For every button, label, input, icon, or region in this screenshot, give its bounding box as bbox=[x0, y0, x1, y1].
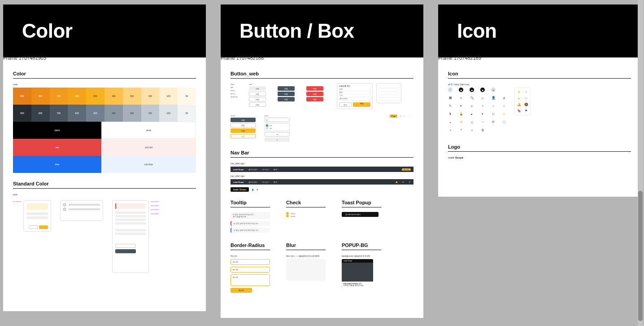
swatch[interactable]: 300 bbox=[123, 105, 141, 122]
button[interactable]: 버튼 bbox=[231, 123, 256, 128]
plus-icon[interactable]: ＋ bbox=[448, 128, 453, 132]
star-icon[interactable]: ★ bbox=[517, 90, 521, 94]
dot-icon[interactable]: • bbox=[448, 120, 453, 124]
refresh-icon[interactable]: ⟳ bbox=[491, 120, 496, 124]
user-icon[interactable]: 👤 bbox=[491, 96, 496, 100]
chevron-down-icon[interactable]: ▾ bbox=[459, 104, 463, 108]
pager-prev[interactable]: 〈 bbox=[385, 115, 387, 117]
button[interactable]: 버튼 bbox=[249, 86, 266, 91]
login-button[interactable]: 로그인 bbox=[402, 168, 411, 171]
edit-icon[interactable]: ✎ bbox=[448, 104, 453, 108]
circle-gray-icon[interactable]: ● bbox=[491, 88, 496, 92]
dropdown[interactable]: ▾ bbox=[265, 137, 290, 142]
nav-item[interactable]: 대시보드 bbox=[262, 181, 269, 183]
pager-n[interactable]: 1 bbox=[400, 115, 401, 117]
star-icon[interactable]: ☆ bbox=[524, 90, 528, 94]
font-icon[interactable]: A bbox=[502, 96, 506, 100]
swatch[interactable]: 700 bbox=[50, 88, 68, 105]
pager-next[interactable]: 〉 bbox=[412, 115, 413, 117]
swatch[interactable]: 300 bbox=[123, 88, 141, 105]
vertical-scrollbar[interactable] bbox=[638, 0, 643, 326]
popup-mock[interactable]: 비밀번호 확인 금액› 결제› 기타› +ACCOUNT› 취소 확인 bbox=[337, 83, 373, 109]
user-icon[interactable]: 👤 bbox=[252, 189, 254, 191]
swatch[interactable]: 50 bbox=[178, 105, 196, 122]
swatch[interactable]: 600 bbox=[68, 105, 86, 122]
gear-icon[interactable]: ⚙ bbox=[257, 189, 258, 191]
br-demo-yellow[interactable]: 텍스트 bbox=[231, 288, 252, 293]
button[interactable]: 버튼 bbox=[231, 118, 256, 122]
swatch[interactable]: 200 bbox=[141, 105, 160, 122]
button[interactable]: 버튼 bbox=[278, 92, 295, 96]
mock-card[interactable] bbox=[60, 200, 103, 221]
gear-icon[interactable]: ⚙ bbox=[402, 181, 404, 183]
swatch[interactable]: 900 bbox=[13, 105, 31, 122]
chevron-up-icon[interactable]: ▴ bbox=[470, 112, 474, 116]
button[interactable]: 버튼 bbox=[306, 97, 323, 101]
button[interactable]: 버튼 bbox=[306, 92, 323, 96]
bell-icon[interactable]: 🔔 bbox=[396, 181, 398, 183]
list-icon[interactable]: ≡ bbox=[459, 96, 463, 100]
confirm-button[interactable]: 확인 bbox=[353, 102, 370, 107]
popup-mock-small[interactable]: ·· ·· ·· ·· ·· bbox=[376, 83, 401, 103]
square-green-icon[interactable]: ▢ bbox=[502, 120, 506, 124]
swatch[interactable]: 400 bbox=[104, 105, 123, 122]
swatch[interactable]: 100 bbox=[159, 88, 178, 105]
heart-icon[interactable]: ♥ bbox=[517, 96, 521, 101]
bolt-icon[interactable]: ⚡ bbox=[459, 120, 463, 124]
search-icon[interactable]: 🔍 bbox=[470, 96, 474, 100]
cancel-button[interactable]: 취소 bbox=[339, 102, 352, 107]
download-icon[interactable]: ⬇ bbox=[448, 112, 453, 116]
plus-icon[interactable]: ＋ bbox=[470, 128, 474, 132]
grid-icon[interactable]: ▦ bbox=[448, 96, 453, 100]
warning-icon[interactable]: ⚠ bbox=[502, 112, 506, 116]
panel-button[interactable]: Button_web Type idle hover press disable… bbox=[221, 57, 423, 318]
swatch-blue[interactable]: blue bbox=[13, 156, 101, 173]
copy-icon[interactable]: ⧉ bbox=[480, 128, 485, 132]
circle-dark-icon[interactable]: ● bbox=[459, 88, 463, 92]
lock-icon[interactable]: 🔒 bbox=[459, 112, 463, 116]
cancel-button[interactable] bbox=[29, 225, 38, 229]
frame-color[interactable]: Color Frame 1707481903 Color main 900 80… bbox=[3, 4, 206, 322]
swatch[interactable]: 400 bbox=[104, 88, 123, 105]
swatch[interactable]: 100 bbox=[159, 105, 178, 122]
pager-n[interactable]: 2 bbox=[404, 115, 405, 117]
scrollbar-thumb[interactable] bbox=[638, 191, 643, 321]
panel-icon[interactable]: Icon all S / base 14px icon ✓ ● ● ● ● ▦ … bbox=[438, 57, 641, 197]
swatch[interactable]: 50 bbox=[178, 88, 196, 105]
button[interactable]: 버튼 bbox=[278, 97, 295, 101]
more-icon[interactable]: ⋯ bbox=[480, 120, 485, 124]
primary-button[interactable] bbox=[115, 249, 136, 253]
swatch[interactable]: 800 bbox=[31, 88, 50, 105]
nav-item[interactable]: 솔루션관리 bbox=[248, 168, 257, 171]
frame-icon[interactable]: Icon Frame 1707482189 Icon all S / base … bbox=[438, 4, 641, 322]
button[interactable]: 버튼 bbox=[231, 128, 256, 133]
swatch[interactable]: 200 bbox=[141, 88, 160, 105]
circle-dark-icon[interactable]: ● bbox=[480, 88, 485, 92]
button[interactable]: 버튼 bbox=[231, 134, 256, 138]
dropdown[interactable]: ▾ bbox=[265, 118, 290, 122]
button[interactable]: 버튼 bbox=[249, 97, 266, 101]
swatch-red[interactable]: red bbox=[13, 139, 101, 156]
swatch-subblue[interactable]: sub-blue bbox=[101, 156, 196, 173]
check-row[interactable]: check bbox=[286, 215, 326, 217]
chevron-left-icon[interactable]: ‹ bbox=[491, 104, 496, 108]
swatch[interactable]: 500 bbox=[86, 105, 104, 122]
button[interactable]: 버튼 bbox=[249, 102, 266, 107]
bookmark-icon[interactable]: 🔖 bbox=[517, 109, 521, 113]
dropdown[interactable]: ▾ bbox=[265, 132, 290, 137]
play-icon[interactable]: ▷ bbox=[491, 112, 496, 116]
swatch-subred[interactable]: sub-red bbox=[101, 139, 196, 156]
close-icon[interactable]: × bbox=[470, 104, 474, 108]
secondary-button[interactable] bbox=[115, 244, 136, 248]
popup-bg-demo[interactable]: crack Scope 파일 업로드에러입니다 자세한 내용을 확인하세요 bbox=[342, 259, 373, 288]
bell-icon[interactable]: 🔕 bbox=[524, 102, 528, 107]
button[interactable]: 버튼 bbox=[306, 86, 323, 91]
figma-canvas[interactable]: Color Frame 1707481903 Color main 900 80… bbox=[0, 0, 644, 326]
navbar[interactable]: crack Scope 솔루션관리 대시보드 통계 🔔 ⚙ 👤 bbox=[231, 179, 413, 185]
triangle-icon[interactable]: △ bbox=[470, 120, 474, 124]
swatch-black[interactable]: black bbox=[13, 122, 101, 139]
nav-item[interactable]: 통계 bbox=[274, 168, 277, 171]
asterisk-icon[interactable]: ＊ bbox=[459, 128, 463, 132]
pager-page[interactable]: Page bbox=[390, 115, 397, 118]
bell-icon[interactable]: 🔔 bbox=[517, 102, 521, 107]
